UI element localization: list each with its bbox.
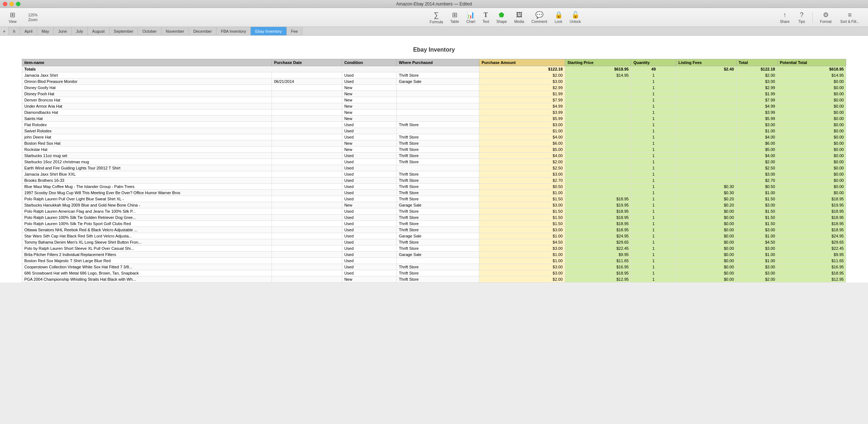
cell-32-3[interactable]: Thrift Store — [397, 270, 479, 276]
cell-3-5[interactable] — [565, 91, 631, 97]
tab-june[interactable]: June — [54, 27, 72, 35]
cell-21-4[interactable]: $3.00 — [479, 202, 565, 208]
cell-26-9[interactable]: $24.95 — [777, 233, 846, 239]
cell-25-3[interactable]: Thrift Store — [397, 227, 479, 233]
cell-25-6[interactable]: 1 — [631, 227, 676, 233]
cell-23-1[interactable] — [272, 215, 342, 221]
cell-14-1[interactable] — [272, 159, 342, 165]
cell-24-5[interactable]: $18.95 — [565, 221, 631, 227]
cell-29-1[interactable] — [272, 252, 342, 258]
cell-16-6[interactable]: 1 — [631, 171, 676, 177]
cell-23-5[interactable]: $18.95 — [565, 215, 631, 221]
cell-2-9[interactable]: $0.00 — [777, 85, 846, 91]
cell-13-1[interactable] — [272, 153, 342, 159]
cell-2-0[interactable]: Disney Goofy Hat — [22, 85, 272, 91]
cell-25-0[interactable]: Ottawa Senators NHL Reebok Red & Black V… — [22, 227, 272, 233]
cell-33-6[interactable]: 1 — [631, 276, 676, 283]
cell-4-9[interactable]: $0.00 — [777, 97, 846, 103]
cell-30-1[interactable] — [272, 258, 342, 264]
cell-0-9[interactable]: $14.95 — [777, 72, 846, 79]
cell-7-4[interactable]: $5.99 — [479, 116, 565, 122]
cell-29-5[interactable]: $9.95 — [565, 252, 631, 258]
cell-10-7[interactable] — [676, 134, 736, 140]
cell-21-7[interactable]: $0.20 — [676, 202, 736, 208]
cell-24-7[interactable]: $0.00 — [676, 221, 736, 227]
cell-21-9[interactable]: $19.95 — [777, 202, 846, 208]
table-row[interactable]: Denver Broncos HatNew$7.991$7.99$0.00 — [22, 97, 846, 103]
cell-12-3[interactable]: Thrift Store — [397, 147, 479, 153]
cell-18-8[interactable]: $0.50 — [736, 184, 777, 190]
cell-18-5[interactable] — [565, 184, 631, 190]
cell-32-0[interactable]: 686 Snowboard Hat with Metal 686 Logo, B… — [22, 270, 272, 276]
cell-10-3[interactable]: Thrift Store — [397, 134, 479, 140]
cell-20-6[interactable]: 1 — [631, 196, 676, 202]
table-row[interactable]: Boston Red Sox HatNewThrift Store$6.001$… — [22, 140, 846, 147]
cell-3-2[interactable]: New — [342, 91, 396, 97]
cell-23-3[interactable]: Thrift Store — [397, 215, 479, 221]
cell-6-5[interactable] — [565, 109, 631, 116]
cell-7-2[interactable]: New — [342, 116, 396, 122]
cell-33-3[interactable]: Thrift Store — [397, 276, 479, 283]
cell-14-9[interactable]: $0.00 — [777, 159, 846, 165]
cell-17-0[interactable]: Brooks Brothers 16-33 — [22, 177, 272, 184]
cell-27-4[interactable]: $4.50 — [479, 239, 565, 245]
cell-13-6[interactable]: 1 — [631, 153, 676, 159]
cell-9-0[interactable]: Swivel Rolodex — [22, 128, 272, 134]
cell-5-9[interactable]: $0.00 — [777, 103, 846, 109]
cell-16-9[interactable]: $0.00 — [777, 171, 846, 177]
cell-0-4[interactable]: $2.00 — [479, 72, 565, 79]
cell-23-2[interactable]: Used — [342, 215, 396, 221]
cell-0-8[interactable]: $2.00 — [736, 72, 777, 79]
cell-16-1[interactable] — [272, 171, 342, 177]
table-row[interactable]: Starbucks Hanukkah Mug 2009 Blue and Gol… — [22, 202, 846, 208]
cell-26-7[interactable]: $0.00 — [676, 233, 736, 239]
cell-9-5[interactable] — [565, 128, 631, 134]
cell-12-5[interactable] — [565, 147, 631, 153]
cell-16-2[interactable]: Used — [342, 171, 396, 177]
cell-6-3[interactable] — [397, 109, 479, 116]
cell-3-7[interactable] — [676, 91, 736, 97]
sort-filter-button[interactable]: ≡ Sort & Filt... — [837, 10, 862, 25]
cell-21-2[interactable]: New — [342, 202, 396, 208]
cell-31-0[interactable]: Cooperstown Collection Vintage White Sox… — [22, 264, 272, 270]
cell-23-0[interactable]: Polo Ralph Lauren 100% Silk Tie Golden R… — [22, 215, 272, 221]
cell-20-0[interactable]: Polo Ralph Lauren Pull Over Light Blue S… — [22, 196, 272, 202]
cell-28-7[interactable]: $0.00 — [676, 245, 736, 252]
cell-19-4[interactable]: $1.00 — [479, 190, 565, 196]
cell-2-8[interactable]: $2.99 — [736, 85, 777, 91]
cell-8-7[interactable] — [676, 122, 736, 128]
cell-21-6[interactable]: 1 — [631, 202, 676, 208]
cell-8-3[interactable]: Thrift Store — [397, 122, 479, 128]
tab-july[interactable]: July — [72, 27, 88, 35]
cell-11-7[interactable] — [676, 140, 736, 147]
cell-29-7[interactable]: $0.00 — [676, 252, 736, 258]
cell-30-5[interactable]: $11.65 — [565, 258, 631, 264]
cell-28-6[interactable]: 1 — [631, 245, 676, 252]
cell-13-7[interactable] — [676, 153, 736, 159]
cell-19-7[interactable]: $0.30 — [676, 190, 736, 196]
cell-14-2[interactable]: Used — [342, 159, 396, 165]
cell-11-6[interactable]: 1 — [631, 140, 676, 147]
cell-30-7[interactable]: $0.00 — [676, 258, 736, 264]
cell-7-0[interactable]: Saints Hat — [22, 116, 272, 122]
cell-23-7[interactable]: $0.00 — [676, 215, 736, 221]
cell-32-2[interactable]: Used — [342, 270, 396, 276]
table-row[interactable]: Polo Ralph Lauren 100% Silk Tie Polo Spo… — [22, 221, 846, 227]
cell-4-1[interactable] — [272, 97, 342, 103]
cell-16-7[interactable] — [676, 171, 736, 177]
cell-0-1[interactable] — [272, 72, 342, 79]
cell-31-9[interactable]: $16.95 — [777, 264, 846, 270]
cell-17-8[interactable]: $2.70 — [736, 177, 777, 184]
cell-15-4[interactable]: $2.50 — [479, 165, 565, 171]
minimize-button[interactable] — [9, 2, 14, 6]
cell-1-1[interactable]: 06/21/2014 — [272, 79, 342, 85]
cell-21-8[interactable]: $3.00 — [736, 202, 777, 208]
zoom-button[interactable]: 125% Zoom — [25, 12, 41, 23]
cell-9-2[interactable]: Used — [342, 128, 396, 134]
cell-14-4[interactable]: $2.00 — [479, 159, 565, 165]
cell-18-6[interactable]: 1 — [631, 184, 676, 190]
tab-october[interactable]: October — [138, 27, 161, 35]
cell-26-1[interactable] — [272, 233, 342, 239]
cell-28-9[interactable]: $22.45 — [777, 245, 846, 252]
cell-19-5[interactable] — [565, 190, 631, 196]
